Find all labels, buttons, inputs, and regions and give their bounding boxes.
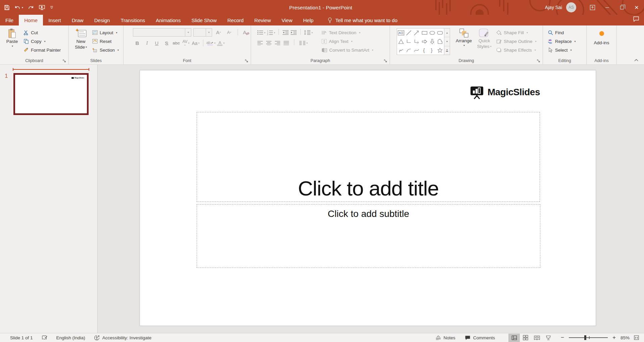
section-button[interactable]: Section ▾	[92, 46, 119, 54]
avatar[interactable]: AS	[566, 2, 576, 12]
tab-insert[interactable]: Insert	[43, 15, 66, 25]
tab-draw[interactable]: Draw	[66, 15, 89, 25]
font-name-combobox[interactable]: ▾	[133, 28, 191, 37]
zoom-out-button[interactable]: −	[559, 334, 565, 341]
reset-button[interactable]: Reset	[92, 37, 119, 46]
section-dropdown-icon[interactable]: ▾	[117, 49, 119, 52]
shape-down-arrow-icon[interactable]	[429, 39, 435, 45]
slide[interactable]: MagicSlides Click to add title Click to …	[140, 70, 596, 326]
shape-outline-button[interactable]: Shape Outline▾	[496, 37, 537, 46]
zoom-level[interactable]: 85%	[621, 335, 630, 340]
tab-transitions[interactable]: Transitions	[115, 15, 150, 25]
shape-arc-icon[interactable]	[406, 47, 412, 53]
replace-dropdown-icon[interactable]: ▾	[575, 40, 576, 43]
redo-button[interactable]	[28, 5, 34, 10]
new-slide-button[interactable]: New Slide▾	[72, 28, 90, 54]
shape-right-arrow-icon[interactable]	[422, 39, 428, 45]
grow-font-button[interactable]: A˄	[214, 28, 223, 37]
tab-home[interactable]: Home	[19, 15, 43, 25]
subtitle-placeholder[interactable]: Click to add subtitle	[197, 204, 540, 268]
shape-rounded-rectangle-icon[interactable]	[437, 30, 443, 36]
underline-button[interactable]: U	[152, 39, 161, 47]
character-spacing-dropdown-icon[interactable]: ▾	[188, 42, 190, 45]
view-slideshow-button[interactable]	[543, 334, 554, 342]
text-shadow-button[interactable]: S	[162, 39, 171, 47]
arrange-button[interactable]: Arrange ▾	[453, 28, 474, 55]
zoom-slider[interactable]	[569, 335, 608, 340]
shape-scribble-icon[interactable]	[398, 47, 404, 53]
select-button[interactable]: Select ▾	[548, 46, 586, 54]
quick-styles-button[interactable]: Quick Styles▾	[475, 28, 494, 55]
shape-folded-corner-icon[interactable]	[437, 39, 443, 45]
shapes-more-icon[interactable]: ▾▬	[444, 46, 450, 55]
shapes-scroll-down-icon[interactable]: ▾	[444, 37, 450, 46]
addins-button[interactable]: Add-ins	[594, 30, 609, 46]
tab-design[interactable]: Design	[89, 15, 115, 25]
user-name[interactable]: Ajay Sai	[545, 5, 562, 10]
character-spacing-button[interactable]: AV↔ ▾	[182, 39, 190, 47]
shape-elbow-arrow-connector-icon[interactable]	[413, 39, 419, 45]
tell-me-search[interactable]: Tell me what you want to do	[328, 15, 397, 25]
clear-formatting-button[interactable]: A	[242, 28, 251, 37]
font-color-dropdown-icon[interactable]: ▾	[223, 42, 225, 45]
close-button[interactable]: ×	[629, 0, 644, 15]
title-placeholder[interactable]: Click to add title	[197, 112, 540, 202]
shape-effects-button[interactable]: Shape Effects▾	[496, 46, 537, 54]
shape-oval-icon[interactable]	[429, 30, 435, 36]
view-slide-sorter-button[interactable]	[520, 334, 531, 342]
cut-button[interactable]: Cut	[23, 28, 61, 37]
line-spacing-button[interactable]: ▾	[304, 30, 313, 35]
shapes-gallery-scrollbar[interactable]: ▴ ▾ ▾▬	[444, 28, 450, 55]
start-from-beginning-icon[interactable]	[39, 5, 45, 10]
replace-button[interactable]: abac Replace ▾	[548, 37, 586, 46]
highlight-color-button[interactable]: ab ▾	[206, 39, 215, 47]
select-dropdown-icon[interactable]: ▾	[571, 49, 572, 52]
shape-left-brace-icon[interactable]: {	[422, 47, 428, 53]
notes-toggle[interactable]: Notes	[436, 335, 455, 340]
shape-curve-icon[interactable]	[413, 47, 419, 53]
shape-star-icon[interactable]	[437, 47, 443, 53]
layout-button[interactable]: Layout ▾	[92, 28, 119, 37]
shape-arrow-icon[interactable]	[413, 30, 419, 36]
convert-to-smartart-button[interactable]: Convert to SmartArt ▾	[321, 46, 373, 54]
font-dialog-launcher-icon[interactable]	[245, 59, 248, 63]
slide-counter[interactable]: Slide 1 of 1	[10, 335, 33, 340]
minimize-button[interactable]	[600, 0, 614, 15]
tab-animations[interactable]: Animations	[150, 15, 186, 25]
paste-dropdown-icon[interactable]: ▾	[12, 45, 13, 48]
align-right-button[interactable]	[275, 41, 281, 45]
change-case-dropdown-icon[interactable]: ▾	[198, 42, 200, 45]
strikethrough-button[interactable]: abc	[172, 39, 181, 47]
share-comment-icon[interactable]	[633, 16, 639, 22]
shape-line-icon[interactable]	[406, 30, 412, 36]
undo-dropdown-icon[interactable]: ▾	[22, 6, 23, 9]
copy-dropdown-icon[interactable]: ▾	[44, 40, 46, 43]
collapse-ribbon-icon[interactable]	[634, 59, 639, 62]
format-painter-button[interactable]: Format Painter	[23, 46, 61, 54]
increase-indent-button[interactable]	[290, 30, 297, 35]
find-button[interactable]: Find	[548, 28, 586, 37]
zoom-slider-thumb[interactable]	[584, 335, 586, 340]
copy-button[interactable]: Copy ▾	[23, 37, 61, 46]
customize-quick-access-icon[interactable]	[50, 6, 53, 9]
ribbon-display-options-icon[interactable]	[585, 0, 600, 15]
view-normal-button[interactable]	[508, 334, 520, 342]
language-indicator[interactable]: English (India)	[56, 335, 85, 340]
tab-file[interactable]: File	[0, 15, 19, 25]
tab-record[interactable]: Record	[222, 15, 249, 25]
bullets-button[interactable]: ▾	[257, 30, 265, 35]
shape-rectangle-icon[interactable]	[422, 30, 428, 36]
undo-button[interactable]: ▾	[14, 5, 23, 10]
shape-fill-button[interactable]: Shape Fill▾	[496, 28, 537, 37]
paragraph-dialog-launcher-icon[interactable]	[384, 59, 387, 63]
font-color-button[interactable]: A ▾	[216, 39, 225, 47]
shape-right-brace-icon[interactable]: }	[429, 47, 435, 53]
shapes-scroll-up-icon[interactable]: ▴	[444, 28, 450, 37]
new-slide-dropdown-icon[interactable]: ▾	[86, 46, 87, 49]
tab-help[interactable]: Help	[298, 15, 319, 25]
spell-check-icon[interactable]	[42, 335, 48, 340]
comments-toggle[interactable]: Comments	[465, 335, 495, 340]
tab-slide-show[interactable]: Slide Show	[186, 15, 222, 25]
shape-textbox-icon[interactable]: A	[398, 30, 404, 36]
clipboard-dialog-launcher-icon[interactable]	[63, 59, 66, 63]
